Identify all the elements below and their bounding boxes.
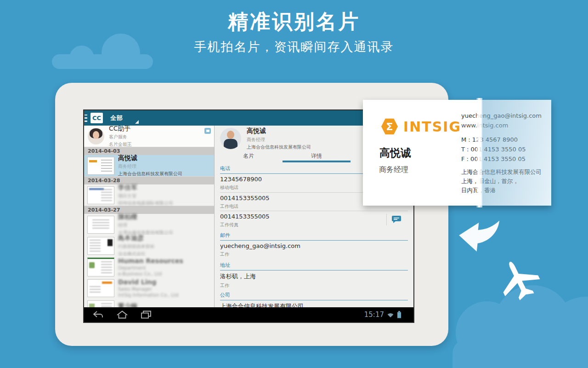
menu-icon[interactable] <box>85 115 87 122</box>
contact-company: IntSig Information Co., Ltd <box>118 293 178 298</box>
chat-badge-icon[interactable] <box>204 128 211 134</box>
section-address: 地址 洛杉矶，上海 工作 <box>220 259 408 289</box>
section-label: 地址 <box>220 259 408 270</box>
assistant-line2: 名片全能王 <box>109 141 132 148</box>
intsig-hexagon-icon: Σ <box>380 117 399 136</box>
intsig-brand: INTSIG <box>403 119 461 135</box>
business-card: Σ INTSIG 高悦诚 商务经理 yuecheng_gao@intsig.co… <box>363 100 551 206</box>
card-thumbnail <box>87 216 114 234</box>
contact-title: 项目主管 <box>118 193 173 199</box>
detail-title: 商务经理 <box>247 137 311 143</box>
curved-arrow-icon <box>455 216 501 259</box>
intsig-logo: Σ INTSIG <box>380 117 461 136</box>
avatar <box>88 128 104 144</box>
contact-list-item[interactable]: 董少楠 UI Designer <box>84 299 214 307</box>
wifi-icon <box>387 311 394 318</box>
section-email: 邮件 yuecheng_gao@intsig.com 工作 <box>220 229 408 259</box>
card-thumbnail <box>87 237 114 255</box>
section-label: 邮件 <box>220 229 408 241</box>
card-thumbnail <box>87 186 114 204</box>
card-thumbnail <box>87 300 114 308</box>
fax-entry[interactable]: 0014153355005 工作传真 <box>220 211 408 229</box>
clock: 15:17 <box>364 310 384 319</box>
android-nav-bar: 15:17 <box>84 307 413 322</box>
contact-title: 商务经理 <box>118 163 182 170</box>
section-company: 公司 上海合合信息科技发展有限公司 查看公司新闻 <box>220 289 408 307</box>
contact-name: 島本迪彦 <box>118 234 155 242</box>
contact-list-item[interactable]: 高悦诚 商务经理 上海合合信息科技发展有限公司 <box>84 155 214 176</box>
group-spinner-label: 全部 <box>110 114 123 122</box>
contact-name: 李佳军 <box>118 184 173 192</box>
app-logo: CC <box>90 113 103 123</box>
promo-screenshot: 精准识别名片 手机拍名片，资讯瞬间存入通讯录 CC 全部 CC助手 客 <box>0 0 588 368</box>
page-title: 精准识别名片 <box>0 8 588 35</box>
page-subtitle: 手机拍名片，资讯瞬间存入通讯录 <box>0 39 588 55</box>
company-entry[interactable]: 上海合合信息科技发展有限公司 查看公司新闻 <box>220 300 408 307</box>
contact-company: 经纬信息电器国际有限公司 <box>118 200 173 207</box>
recents-icon[interactable] <box>140 310 152 319</box>
list-item-assistant[interactable]: CC助手 客户服务 名片全能王 <box>84 126 214 147</box>
contact-company: e-Business Co., Ltd <box>118 271 183 276</box>
contact-title: 经理 <box>118 222 173 229</box>
detail-tabs: 名片 详情 <box>215 151 351 162</box>
scan-highlight <box>481 100 551 206</box>
contact-list-item[interactable]: 島本迪彦 行政部统括本部长 合合株式会社 <box>84 235 214 256</box>
card-name: 高悦诚 <box>379 146 411 160</box>
battery-icon <box>397 311 401 318</box>
contact-title: 行政部统括本部长 <box>118 243 155 250</box>
contact-list-item[interactable]: 李佳军 项目主管 经纬信息电器国际有限公司 <box>84 184 214 206</box>
contact-name: 董少楠 <box>118 302 145 308</box>
assistant-name: CC助手 <box>109 126 132 133</box>
detail-company: 上海合合信息科技发展有限公司 <box>247 144 311 150</box>
address-entry[interactable]: 洛杉矶，上海 工作 <box>220 270 408 289</box>
contact-list-item[interactable]: Human Resources Department e-Business Co… <box>84 256 214 277</box>
spinner-corner-icon <box>135 120 139 124</box>
section-label: 公司 <box>220 289 408 300</box>
card-title: 商务经理 <box>379 165 408 175</box>
status-cluster: 15:17 <box>364 307 401 322</box>
contact-list-item[interactable]: 陳柏樑 经理 台湾合盛信息股份有限公司 <box>84 214 214 235</box>
contact-title: Department <box>118 265 183 270</box>
active-tab-underline <box>283 161 351 162</box>
contact-list: CC助手 客户服务 名片全能王 2014-04-03 高悦诚 商务经理 上海合合… <box>84 126 215 307</box>
sms-icon[interactable] <box>391 215 401 223</box>
card-thumbnail <box>87 157 114 175</box>
contact-title: Sales Manager <box>118 287 178 292</box>
group-spinner[interactable]: 全部 <box>110 110 145 126</box>
contact-name: 陳柏樑 <box>118 213 173 221</box>
contact-list-item[interactable]: David Ling Sales Manager IntSig Informat… <box>84 277 214 299</box>
contact-name: 高悦诚 <box>118 154 182 162</box>
contact-name: Human Resources <box>118 257 183 264</box>
card-thumbnail <box>87 279 114 297</box>
back-icon[interactable] <box>91 310 104 319</box>
detail-name: 高悦诚 <box>247 127 311 135</box>
assistant-line1: 客户服务 <box>109 134 132 140</box>
scan-stripe <box>476 98 482 207</box>
tab-card[interactable]: 名片 <box>215 151 283 162</box>
contact-company: 上海合合信息科技发展有限公司 <box>118 171 182 177</box>
email-entry[interactable]: yuecheng_gao@intsig.com 工作 <box>220 241 408 259</box>
avatar <box>220 128 241 149</box>
card-thumbnail <box>87 258 114 276</box>
contact-name: David Ling <box>118 278 178 286</box>
home-icon[interactable] <box>116 310 128 319</box>
